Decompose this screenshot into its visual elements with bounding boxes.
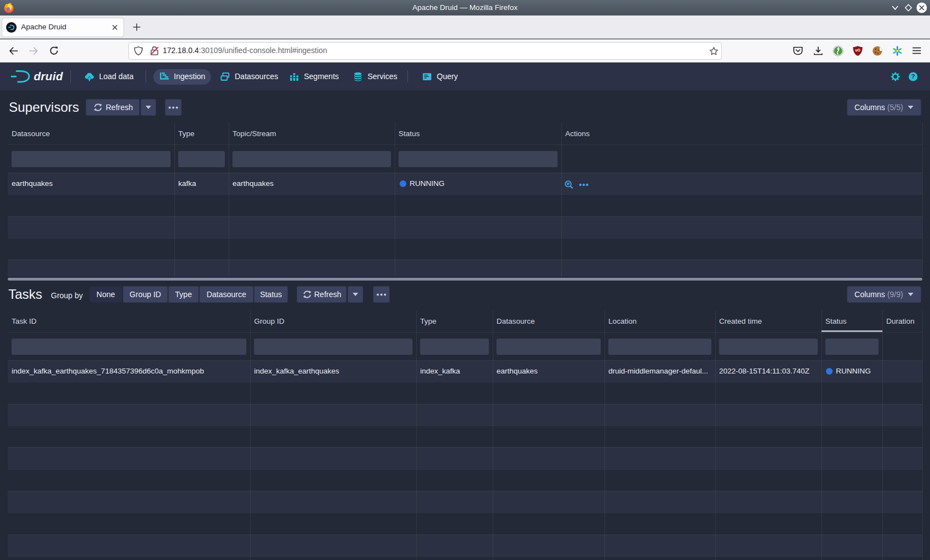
svg-text:?: ? [911,73,915,80]
svg-text:uO: uO [855,48,860,52]
